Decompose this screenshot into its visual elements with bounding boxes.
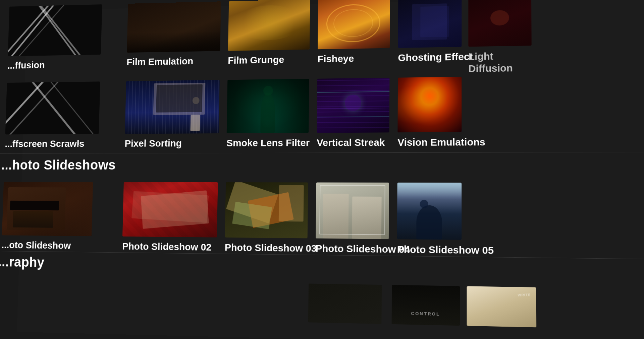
slideshow-thumb-05	[397, 183, 462, 240]
effect-item-film-grunge[interactable]: Film Grunge	[228, 0, 310, 66]
effect-label-diffusion: ...ffusion	[7, 58, 101, 71]
slideshow-item-03[interactable]: Photo Slideshow 03	[225, 182, 317, 255]
bottom-thumb-1	[308, 284, 382, 324]
slideshow-label-03: Photo Slideshow 03	[225, 242, 317, 255]
effect-thumb-fisheye	[318, 0, 390, 49]
section-divider-effects	[0, 152, 644, 154]
section-title-slideshows: ...hoto Slideshows	[1, 157, 116, 173]
effect-label-pixel-sorting: Pixel Sorting	[124, 137, 219, 149]
effect-item-smoke-lens[interactable]: Smoke Lens Filter	[226, 79, 310, 149]
bottom-item-2[interactable]: CONTROL	[392, 285, 460, 326]
bottom-thumb-3: WRITE	[467, 286, 536, 327]
section-title-bottom: ...raphy	[0, 254, 45, 270]
effect-label-light: LightDiffusion	[468, 50, 532, 75]
effect-thumb-ghosting	[398, 0, 462, 48]
effect-item-fisheye[interactable]: Fisheye	[318, 0, 390, 65]
slideshow-item-05[interactable]: Photo Slideshow 05	[397, 183, 494, 257]
slideshow-item-04[interactable]: Photo Slideshow 04	[316, 183, 410, 256]
effect-item-pixel-sorting[interactable]: Pixel Sorting	[124, 80, 220, 149]
effect-item-ghosting[interactable]: Ghosting Effect	[398, 0, 473, 64]
effect-item-offscreen-scrawls[interactable]: ...ffscreen Scrawls	[5, 81, 100, 149]
effect-label-offscreen-scrawls: ...ffscreen Scrawls	[5, 138, 99, 149]
effect-thumb-light	[468, 0, 531, 47]
effect-thumb-scrawls	[5, 81, 100, 134]
effect-item-vertical-streak[interactable]: Vertical Streak	[317, 78, 389, 149]
effect-thumb-film-grunge	[228, 0, 310, 51]
slideshow-item-01[interactable]: ...oto Slideshow	[1, 182, 93, 252]
effect-thumb-smoke-lens	[227, 79, 309, 133]
effect-item-vision-emulation[interactable]: Vision Emulations	[397, 76, 485, 148]
effect-thumb-vertical-streak	[317, 78, 389, 133]
effect-item-diffusion[interactable]: ...ffusion	[7, 4, 102, 71]
slideshow-thumb-01	[2, 182, 93, 236]
slideshow-label-05: Photo Slideshow 05	[397, 243, 494, 257]
slideshow-thumb-02	[122, 182, 218, 238]
effect-label-ghosting: Ghosting Effect	[398, 51, 473, 64]
effect-thumb-diffusion	[8, 4, 102, 56]
bottom-section: ...raphy	[0, 254, 45, 270]
page-layout: ...ffusion Film Emulation Film Grunge	[0, 0, 644, 339]
slideshow-thumb-04	[316, 183, 389, 239]
effect-label-film-grunge: Film Grunge	[228, 53, 310, 66]
effect-label-smoke-lens: Smoke Lens Filter	[226, 137, 310, 149]
slideshow-label-02: Photo Slideshow 02	[122, 241, 217, 253]
slideshow-thumb-03	[225, 182, 308, 238]
effect-thumb-pixel-sorting	[125, 80, 219, 134]
effect-thumb-vision-emulation	[397, 77, 462, 132]
effect-thumb-film-emulation	[127, 1, 221, 53]
slideshow-label-04: Photo Slideshow 04	[316, 243, 410, 256]
effect-label-vision-emulation: Vision Emulations	[397, 136, 485, 148]
effect-item-light[interactable]: LightDiffusion	[468, 0, 532, 75]
effect-label-film-emulation: Film Emulation	[126, 55, 220, 68]
control-label: CONTROL	[411, 311, 440, 317]
effect-label-fisheye: Fisheye	[318, 52, 390, 65]
perspective-container: ...ffusion Film Emulation Film Grunge	[17, 0, 644, 339]
bottom-thumb-2: CONTROL	[392, 285, 460, 326]
bottom-item-3[interactable]: WRITE	[467, 286, 536, 327]
effect-item-film-emulation[interactable]: Film Emulation	[126, 1, 221, 68]
effect-label-vertical-streak: Vertical Streak	[317, 136, 389, 148]
bottom-item-1[interactable]	[308, 284, 382, 324]
write-text-partial: WRITE	[518, 293, 531, 297]
slideshow-item-02[interactable]: Photo Slideshow 02	[122, 182, 218, 253]
slideshow-label-01: ...oto Slideshow	[1, 239, 91, 252]
photo-slideshows-section: ...hoto Slideshows	[1, 157, 116, 173]
